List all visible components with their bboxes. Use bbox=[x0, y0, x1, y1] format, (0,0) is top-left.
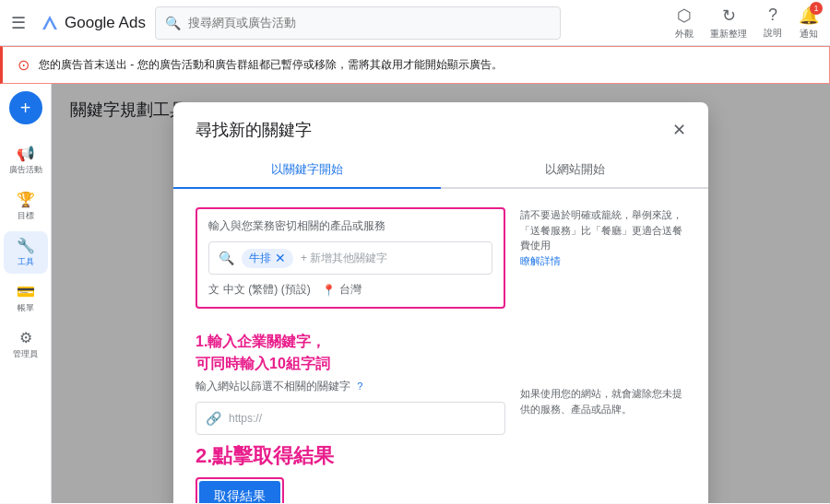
external-icon-btn[interactable]: ⬡ 外觀 bbox=[675, 6, 694, 41]
logo-text: Google Ads bbox=[65, 14, 146, 32]
sidebar-admin-label: 管理員 bbox=[13, 348, 38, 360]
notification-label: 通知 bbox=[800, 28, 818, 41]
sidebar-item-campaigns[interactable]: 📢 廣告活動 bbox=[4, 139, 48, 182]
modal-tabs: 以關鍵字開始 以網站開始 bbox=[173, 152, 708, 189]
url-left: 輸入網站以篩選不相關的關鍵字 ? 🔗 https:// bbox=[196, 379, 505, 435]
keyword-input-row[interactable]: 🔍 牛排 ✕ + 新增其他關鍵字 bbox=[208, 241, 492, 275]
search-input[interactable] bbox=[188, 16, 551, 29]
nav-icons: ⬡ 外觀 ↻ 重新整理 ? 說明 🔔 1 通知 bbox=[675, 6, 819, 41]
annotation-1: 1.輸入企業關鍵字，可同時輸入10組字詞 bbox=[196, 331, 686, 375]
sidebar-item-goals[interactable]: 🏆 目標 bbox=[4, 185, 48, 228]
sidebar-billing-label: 帳單 bbox=[18, 302, 34, 314]
modal-close-button[interactable]: ✕ bbox=[672, 120, 686, 140]
tools-icon: 🔧 bbox=[17, 237, 35, 254]
sidebar: + 📢 廣告活動 🏆 目標 🔧 工具 💳 帳單 ⚙ 管理員 bbox=[0, 84, 52, 503]
alert-icon: ⊙ bbox=[18, 56, 30, 74]
tab-keyword[interactable]: 以關鍵字開始 bbox=[173, 152, 441, 187]
tab-website[interactable]: 以網站開始 bbox=[441, 152, 708, 187]
url-link-icon: 🔗 bbox=[206, 411, 221, 426]
annotation-2: 2.點擊取得結果 bbox=[196, 442, 686, 470]
url-right-tip: 如果使用您的網站，就會濾除您未提供的服務、產品或品牌。 bbox=[520, 379, 686, 435]
url-field-label: 輸入網站以篩選不相關的關鍵字 ? bbox=[196, 379, 505, 394]
keyword-tip-text: 請不要過於明確或籠統，舉例來說，「送餐服務」比「餐廳」更適合送餐費使用 bbox=[520, 209, 682, 251]
keyword-field-label: 輸入與您業務密切相關的產品或服務 bbox=[208, 218, 492, 234]
notification-badge: 1 bbox=[810, 2, 823, 15]
get-results-button[interactable]: 取得結果 bbox=[199, 481, 280, 503]
get-results-section: 2.點擊取得結果 取得結果 bbox=[196, 442, 686, 503]
help-label: 說明 bbox=[764, 27, 782, 40]
main-layout: + 📢 廣告活動 🏆 目標 🔧 工具 💳 帳單 ⚙ 管理員 關鍵字規劃工具 bbox=[0, 84, 830, 503]
keyword-tag-label: 牛排 bbox=[249, 251, 271, 266]
modal-body: 輸入與您業務密切相關的產品或服務 🔍 牛排 ✕ + 新增其他關鍵字 bbox=[173, 189, 708, 503]
sidebar-item-tools[interactable]: 🔧 工具 bbox=[4, 231, 48, 274]
search-bar[interactable]: 🔍 bbox=[155, 6, 561, 40]
keyword-tag-beef[interactable]: 牛排 ✕ bbox=[242, 249, 293, 268]
tab-website-label: 以網站開始 bbox=[545, 162, 605, 176]
hamburger-icon[interactable]: ☰ bbox=[11, 13, 26, 33]
tab-keyword-label: 以關鍵字開始 bbox=[271, 162, 343, 176]
notification-icon-btn[interactable]: 🔔 1 通知 bbox=[799, 6, 819, 41]
help-icon-btn[interactable]: ? 說明 bbox=[764, 6, 782, 40]
billing-icon: 💳 bbox=[17, 283, 35, 300]
region-icon: 📍 bbox=[322, 284, 336, 297]
refresh-label: 重新整理 bbox=[710, 28, 747, 41]
keyword-tip: 請不要過於明確或籠統，舉例來說，「送餐服務」比「餐廳」更適合送餐費使用 瞭解詳情 bbox=[520, 207, 686, 320]
alert-bar: ⊙ 您的廣告首末送出 - 您的廣告活動和廣告群組都已暫停或移除，需將其啟用才能開… bbox=[0, 46, 830, 84]
keyword-tip-link[interactable]: 瞭解詳情 bbox=[520, 255, 561, 266]
external-icon: ⬡ bbox=[677, 6, 692, 26]
sidebar-campaigns-label: 廣告活動 bbox=[9, 164, 42, 176]
create-button[interactable]: + bbox=[9, 91, 42, 124]
modal-title: 尋找新的關鍵字 bbox=[196, 119, 312, 141]
modal-header: 尋找新的關鍵字 ✕ bbox=[173, 102, 708, 141]
url-section: 輸入網站以篩選不相關的關鍵字 ? 🔗 https:// 如果使用您的網站，就會濾… bbox=[196, 379, 686, 435]
logo: Google Ads bbox=[41, 14, 146, 32]
keyword-input-placeholder: + 新增其他關鍵字 bbox=[301, 251, 482, 266]
sidebar-item-admin[interactable]: ⚙ 管理員 bbox=[4, 323, 48, 366]
url-tip-text: 如果使用您的網站，就會濾除您未提供的服務、產品或品牌。 bbox=[520, 386, 686, 416]
modal: 尋找新的關鍵字 ✕ 以關鍵字開始 以網站開始 bbox=[173, 102, 708, 503]
campaigns-icon: 📢 bbox=[17, 145, 35, 162]
plus-icon: + bbox=[20, 98, 31, 119]
search-icon: 🔍 bbox=[165, 16, 181, 30]
modal-overlay: 尋找新的關鍵字 ✕ 以關鍵字開始 以網站開始 bbox=[52, 84, 830, 503]
keyword-search-icon: 🔍 bbox=[219, 251, 234, 265]
content-area: 關鍵字規劃工具 尋找新的關鍵字 ✕ 以關鍵字開始 以網站開始 bbox=[52, 84, 830, 503]
region-label: 台灣 bbox=[339, 282, 362, 298]
alert-message: 您的廣告首末送出 - 您的廣告活動和廣告群組都已暫停或移除，需將其啟用才能開始顯… bbox=[39, 57, 503, 73]
get-results-wrap: 取得結果 bbox=[196, 477, 284, 503]
url-help-icon[interactable]: ? bbox=[357, 381, 362, 392]
refresh-icon: ↻ bbox=[722, 6, 736, 26]
keyword-section: 輸入與您業務密切相關的產品或服務 🔍 牛排 ✕ + 新增其他關鍵字 bbox=[196, 207, 505, 309]
keyword-left: 輸入與您業務密切相關的產品或服務 🔍 牛排 ✕ + 新增其他關鍵字 bbox=[196, 207, 505, 320]
external-label: 外觀 bbox=[675, 28, 694, 41]
lang-icon: 文 bbox=[208, 282, 219, 298]
sidebar-tools-label: 工具 bbox=[18, 256, 34, 268]
refresh-icon-btn[interactable]: ↻ 重新整理 bbox=[710, 6, 747, 41]
goals-icon: 🏆 bbox=[17, 191, 35, 208]
lang-label: 中文 (繁體) (預設) bbox=[223, 282, 311, 298]
url-placeholder: https:// bbox=[229, 412, 262, 425]
sidebar-item-billing[interactable]: 💳 帳單 bbox=[4, 277, 48, 320]
keyword-tag-close[interactable]: ✕ bbox=[275, 251, 286, 265]
admin-icon: ⚙ bbox=[19, 329, 32, 346]
lang-region: 文 中文 (繁體) (預設) 📍 台灣 bbox=[208, 282, 492, 298]
google-ads-logo-icon bbox=[41, 14, 59, 32]
top-section: 輸入與您業務密切相關的產品或服務 🔍 牛排 ✕ + 新增其他關鍵字 bbox=[196, 207, 686, 320]
top-nav: ☰ Google Ads 🔍 ⬡ 外觀 ↻ 重新整理 ? 說明 🔔 1 通知 bbox=[0, 0, 830, 46]
url-input-row[interactable]: 🔗 https:// bbox=[196, 402, 505, 435]
help-icon: ? bbox=[768, 6, 777, 25]
region-item[interactable]: 📍 台灣 bbox=[322, 282, 362, 298]
sidebar-goals-label: 目標 bbox=[18, 210, 34, 222]
lang-item[interactable]: 文 中文 (繁體) (預設) bbox=[208, 282, 311, 298]
